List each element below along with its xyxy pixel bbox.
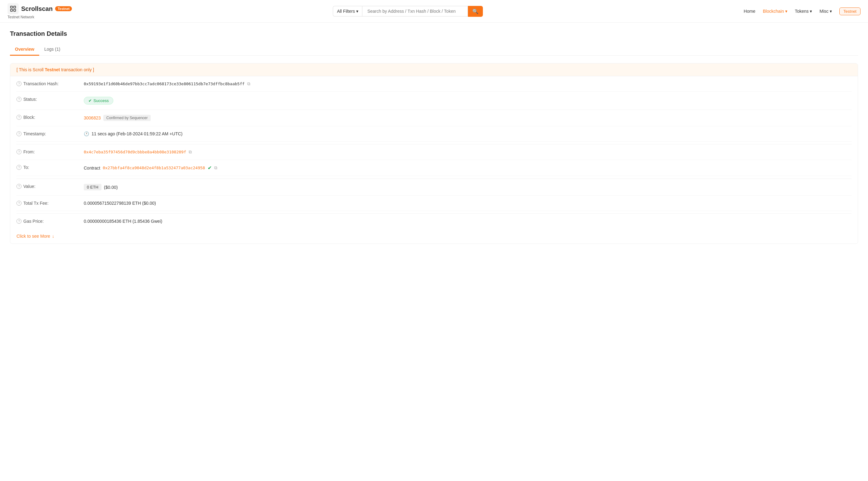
testnet-badge: Testnet [55, 6, 72, 11]
copy-to-icon[interactable]: ⧉ [214, 165, 217, 170]
logo[interactable]: Scrollscan Testnet [7, 3, 72, 14]
search-bar: All Filters ▾ 🔍 [333, 6, 483, 17]
nav-home[interactable]: Home [744, 9, 755, 14]
clock-icon: 🕐 [84, 131, 89, 136]
row-block: ? Block: 3006823 Confirmed by Sequencer [17, 110, 851, 126]
page-title: Transaction Details [10, 30, 858, 37]
value-gas-price: 0.00000000185436 ETH (1.85436 Gwei) [84, 219, 162, 224]
filter-label: All Filters [337, 9, 355, 14]
help-icon[interactable]: ? [17, 201, 22, 206]
value-from: 0x4c7eba35f97456d70d9cbbbe8a4bb08e310820… [84, 149, 192, 155]
nav-blockchain[interactable]: Blockchain ▾ [763, 9, 787, 14]
row-to: ? To: Contract 0x27bbfa4f8ca9048d2e4f8b1… [17, 160, 851, 176]
sequencer-badge: Confirmed by Sequencer [103, 115, 151, 121]
value-timestamp: 🕐 11 secs ago (Feb-18-2024 01:59:22 AM +… [84, 131, 182, 136]
testnet-alert: [ This is Scroll Testnet transaction onl… [10, 63, 858, 76]
verified-icon: ✔ [208, 165, 212, 171]
nav-tokens[interactable]: Tokens ▾ [795, 9, 812, 14]
value-eth: 0 ETH ($0.00) [84, 184, 118, 190]
block-number-link[interactable]: 3006823 [84, 116, 101, 120]
checkmark-icon: ✔ [88, 98, 92, 103]
spacer3 [17, 211, 851, 214]
eth-badge: 0 ETH [84, 184, 101, 190]
label-timestamp: ? Timestamp: [17, 131, 79, 136]
help-icon[interactable]: ? [17, 219, 22, 224]
filter-dropdown[interactable]: All Filters ▾ [333, 6, 362, 17]
row-value: ? Value: 0 ETH ($0.00) [17, 179, 851, 196]
label-gas-price: ? Gas Price: [17, 219, 79, 224]
search-button[interactable]: 🔍 [468, 6, 483, 17]
svg-rect-2 [10, 9, 12, 11]
help-icon[interactable]: ? [17, 165, 22, 170]
value-to: Contract 0x27bbfa4f8ca9048d2e4f8b1a53247… [84, 165, 217, 171]
label-status: ? Status: [17, 97, 79, 102]
detail-section: ? Transaction Hash: 0x59193e1f1d60b46de9… [10, 76, 858, 229]
tab-logs[interactable]: Logs (1) [39, 43, 65, 56]
label-block: ? Block: [17, 115, 79, 120]
copy-hash-icon[interactable]: ⧉ [247, 81, 250, 87]
value-status: ✔ Success [84, 97, 113, 104]
nav-misc[interactable]: Misc ▾ [819, 9, 832, 14]
tabs: Overview Logs (1) [10, 43, 858, 56]
transaction-card: [ This is Scroll Testnet transaction onl… [10, 63, 858, 244]
hash-value: 0x59193e1f1d60b46de97bb3cc7adc068173ce33… [84, 82, 245, 86]
spacer2 [17, 176, 851, 179]
help-icon[interactable]: ? [17, 81, 22, 86]
label-transaction-hash: ? Transaction Hash: [17, 81, 79, 86]
chevron-down-icon: ▾ [356, 9, 358, 14]
row-transaction-hash: ? Transaction Hash: 0x59193e1f1d60b46de9… [17, 76, 851, 92]
to-address-link[interactable]: 0x27bbfa4f8ca9048d2e4f8b1a532477a03ac249… [103, 165, 205, 170]
chevron-down-icon: ▾ [785, 9, 787, 14]
value-transaction-hash: 0x59193e1f1d60b46de97bb3cc7adc068173ce33… [84, 81, 250, 87]
main-content: Transaction Details Overview Logs (1) [ … [0, 23, 868, 251]
row-status: ? Status: ✔ Success [17, 92, 851, 110]
svg-rect-1 [14, 6, 16, 8]
value-total-tx-fee: 0.000056715022798139 ETH ($0.00) [84, 201, 156, 206]
row-total-tx-fee: ? Total Tx Fee: 0.000056715022798139 ETH… [17, 196, 851, 211]
label-total-tx-fee: ? Total Tx Fee: [17, 201, 79, 206]
search-input[interactable] [362, 6, 468, 17]
row-gas-price: ? Gas Price: 0.00000000185436 ETH (1.854… [17, 214, 851, 229]
see-more-link[interactable]: Click to see More ↓ [17, 234, 54, 238]
row-from: ? From: 0x4c7eba35f97456d70d9cbbbe8a4bb0… [17, 144, 851, 160]
network-label: Testnet Network [7, 15, 72, 19]
testnet-button[interactable]: Testnet [839, 7, 861, 15]
alert-highlight: Testnet [45, 67, 60, 72]
help-icon[interactable]: ? [17, 131, 22, 136]
spacer [17, 141, 851, 144]
tab-overview[interactable]: Overview [10, 43, 39, 56]
copy-from-icon[interactable]: ⧉ [189, 149, 192, 155]
arrow-down-icon: ↓ [52, 234, 54, 238]
logo-icon [7, 3, 19, 14]
label-to: ? To: [17, 165, 79, 170]
from-address-link[interactable]: 0x4c7eba35f97456d70d9cbbbe8a4bb08e310820… [84, 150, 186, 154]
label-value: ? Value: [17, 184, 79, 189]
help-icon[interactable]: ? [17, 149, 22, 154]
see-more-section: Click to see More ↓ [10, 229, 858, 244]
status-badge: ✔ Success [84, 97, 113, 104]
row-timestamp: ? Timestamp: 🕐 11 secs ago (Feb-18-2024 … [17, 126, 851, 141]
usd-value: ($0.00) [104, 185, 118, 190]
chevron-down-icon: ▾ [810, 9, 812, 14]
chevron-down-icon: ▾ [830, 9, 832, 14]
svg-rect-0 [10, 6, 12, 8]
header-left: Scrollscan Testnet Testnet Network [7, 3, 72, 19]
help-icon[interactable]: ? [17, 115, 22, 120]
help-icon[interactable]: ? [17, 184, 22, 189]
value-block: 3006823 Confirmed by Sequencer [84, 115, 151, 121]
svg-rect-3 [14, 9, 16, 11]
label-from: ? From: [17, 149, 79, 154]
contract-prefix: Contract [84, 165, 100, 170]
help-icon[interactable]: ? [17, 97, 22, 102]
logo-text: Scrollscan [21, 5, 53, 12]
header: Scrollscan Testnet Testnet Network All F… [0, 0, 868, 23]
main-nav: Home Blockchain ▾ Tokens ▾ Misc ▾ Testne… [744, 7, 861, 15]
